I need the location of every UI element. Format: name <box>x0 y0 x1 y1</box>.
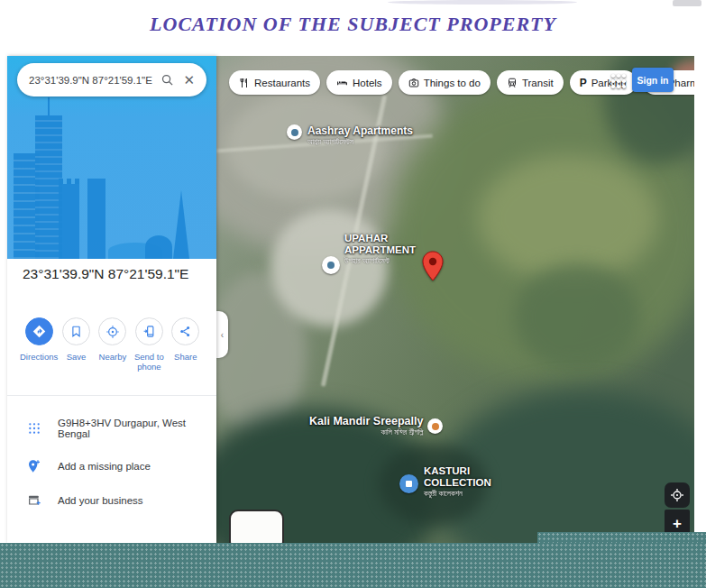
send-to-phone-icon <box>135 317 163 345</box>
shop-pin-icon <box>399 474 418 493</box>
skyline-dome <box>145 235 172 259</box>
terrain-field <box>514 263 640 372</box>
search-icon[interactable] <box>160 73 174 87</box>
skyline-spire <box>173 190 189 259</box>
skyline-building <box>59 184 79 259</box>
poi-name: KASTURI COLLECTION <box>424 465 500 489</box>
add-business-icon <box>25 493 43 508</box>
chip-label: Things to do <box>424 78 481 88</box>
document-page: LOCATION OF THE SUBJECT PROPERTY ✕ <box>0 0 706 588</box>
poi-subtitle: আশ্রয় অ্যাপার্টমেন্টস <box>307 137 413 147</box>
poi-kali-mandir-sreepally[interactable]: Kali Mandir Sreepally কালি মন্দির শ্রীপল… <box>309 415 443 437</box>
skyline-building <box>87 179 105 259</box>
nearby-icon <box>98 317 126 345</box>
search-input[interactable] <box>29 75 153 86</box>
poi-name: UPAHAR APPARTMENT <box>344 233 418 256</box>
scan-artifact <box>673 0 701 6</box>
chip-label: Transit <box>522 78 554 88</box>
map-canvas[interactable]: Restaurants Hotels Thing <box>216 56 694 543</box>
save-button[interactable]: Save <box>58 317 94 372</box>
hotels-icon <box>336 77 348 88</box>
restaurants-icon <box>239 78 250 88</box>
transit-icon <box>507 78 518 88</box>
plus-code-icon <box>25 421 43 436</box>
poi-subtitle: কালি মন্দির শ্রীপল্লি <box>309 427 423 437</box>
action-label: Share <box>174 352 197 362</box>
plus-code-label: G9H8+3HV Durgapur, West Bengal <box>58 418 216 439</box>
poi-name: Aashray Apartments <box>307 124 413 137</box>
skyline-antenna <box>48 97 50 115</box>
poi-name: Kali Mandir Sreepally <box>309 415 423 427</box>
collapse-panel-handle[interactable]: ‹ <box>216 311 228 358</box>
apartment-pin-icon <box>322 256 340 274</box>
action-label: Directions <box>20 352 58 362</box>
temple-pin-icon <box>427 418 443 434</box>
page-title: LOCATION OF THE SUBJECT PROPERTY <box>0 13 706 36</box>
subject-property-marker[interactable] <box>422 251 444 281</box>
camera-icon <box>408 78 419 88</box>
nearby-button[interactable]: Nearby <box>95 317 131 372</box>
chip-transit[interactable]: Transit <box>497 70 564 95</box>
my-location-button[interactable] <box>665 482 690 508</box>
share-button[interactable]: Share <box>168 317 204 372</box>
poi-kasturi-collection[interactable]: KASTURI COLLECTION কস্তুরী কালেকশন <box>399 465 500 499</box>
action-label: Save <box>67 352 87 362</box>
send-to-phone-button[interactable]: Send to phone <box>131 317 167 372</box>
directions-button[interactable]: Directions <box>20 317 58 372</box>
plus-code-item[interactable]: G9H8+3HV Durgapur, West Bengal <box>7 408 216 449</box>
place-details-list: G9H8+3HV Durgapur, West Bengal Add a mis… <box>7 408 216 518</box>
chip-hotels[interactable]: Hotels <box>326 70 392 95</box>
scan-highlight-band <box>0 543 706 588</box>
chip-things-to-do[interactable]: Things to do <box>399 70 491 95</box>
divider <box>7 395 216 396</box>
sign-in-button[interactable]: Sign in <box>632 68 674 92</box>
apps-grid-icon[interactable] <box>611 74 627 89</box>
add-business-label: Add your business <box>58 495 143 506</box>
apartment-pin-icon <box>287 124 302 140</box>
share-icon <box>171 317 199 345</box>
actions-row: Directions Save <box>7 317 216 372</box>
add-place-label: Add a missing place <box>58 461 151 472</box>
poi-subtitle: কস্তুরী কালেকশন <box>424 489 500 499</box>
poi-subtitle: উপহার অ্যাপার্টমেন্ট <box>344 256 400 265</box>
close-icon[interactable]: ✕ <box>181 72 195 88</box>
terrain-field <box>478 155 658 281</box>
directions-icon <box>25 317 53 345</box>
collapse-arrow-icon: ‹ <box>221 330 224 340</box>
add-missing-place-item[interactable]: Add a missing place <box>7 449 216 483</box>
bookmark-icon <box>62 317 90 345</box>
map-inset-thumbnail[interactable] <box>229 510 284 543</box>
chip-restaurants[interactable]: Restaurants <box>229 70 320 95</box>
maps-side-panel: ✕ 23°31'39.9"N 87°21'59.1"E Directions <box>7 56 216 543</box>
search-bar: ✕ <box>17 63 206 96</box>
scan-artifact <box>388 0 577 5</box>
add-place-icon <box>25 459 43 473</box>
chip-label: Hotels <box>353 78 382 88</box>
parking-icon: P <box>580 77 587 89</box>
action-label: Nearby <box>99 352 127 362</box>
location-hero-image: ✕ <box>7 56 216 259</box>
poi-aashray-apartments[interactable]: Aashray Apartments আশ্রয় অ্যাপার্টমেন্ট… <box>287 124 413 147</box>
action-label: Send to phone <box>131 352 167 372</box>
chip-label: Restaurants <box>254 78 310 88</box>
poi-upahar-appartment[interactable]: UPAHAR APPARTMENT উপহার অ্যাপার্টমেন্ট <box>322 233 418 274</box>
coordinates-heading: 23°31'39.9"N 87°21'59.1"E <box>23 266 188 282</box>
add-business-item[interactable]: Add your business <box>7 483 216 518</box>
